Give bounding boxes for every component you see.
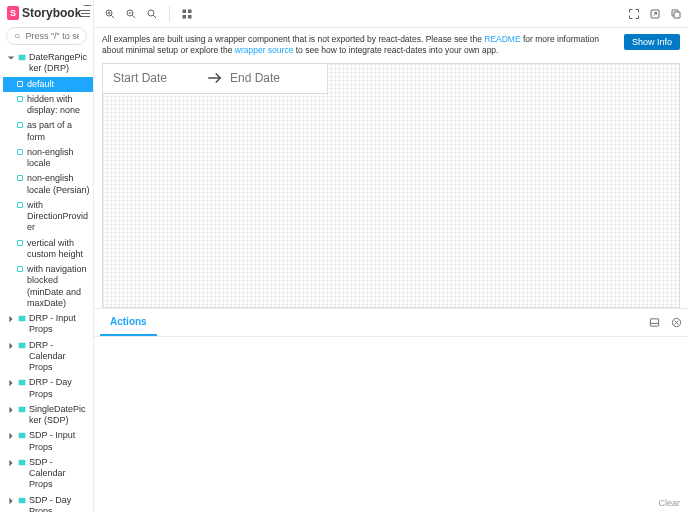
svg-rect-30 — [650, 319, 658, 326]
svg-rect-2 — [19, 55, 26, 60]
tree-group-drp-input[interactable]: DRP - Input Props — [3, 311, 93, 338]
story-navigation-blocked[interactable]: with navigation blocked (minDate and max… — [3, 262, 93, 311]
chevron-right-icon — [7, 406, 15, 414]
logo-mark: S — [7, 6, 19, 20]
story-as-part-of-form[interactable]: as part of a form — [3, 118, 93, 145]
addons-panel: Actions Clear — [94, 308, 688, 512]
tree-group-sdp-calendar[interactable]: SDP - Calendar Props — [3, 455, 93, 493]
chevron-right-icon — [7, 497, 15, 505]
story-non-english-locale[interactable]: non-english locale — [3, 145, 93, 172]
readme-link[interactable]: README — [484, 34, 520, 44]
notification-dot — [83, 5, 92, 6]
component-icon — [18, 459, 26, 466]
clear-button[interactable]: Clear — [658, 498, 680, 508]
svg-point-21 — [148, 10, 154, 16]
component-icon — [18, 342, 26, 349]
date-range-picker — [102, 63, 328, 94]
svg-rect-8 — [19, 460, 26, 465]
main: All examples are built using a wrapper c… — [94, 0, 688, 512]
tree-group-drp[interactable]: DateRangePicker (DRP) — [3, 50, 93, 77]
svg-rect-24 — [188, 9, 192, 13]
fullscreen-icon[interactable] — [628, 8, 640, 20]
svg-rect-25 — [183, 15, 187, 19]
tree-group-drp-day[interactable]: DRP - Day Props — [3, 375, 93, 402]
component-icon — [18, 379, 26, 386]
svg-rect-7 — [19, 433, 26, 438]
chevron-right-icon — [7, 342, 15, 350]
open-new-tab-icon[interactable] — [649, 8, 661, 20]
svg-line-1 — [18, 37, 20, 39]
sidebar: S Storybook DateRangePicker (DRP) defaul… — [0, 0, 94, 512]
component-icon — [18, 497, 26, 504]
component-icon — [18, 54, 26, 61]
svg-line-19 — [132, 15, 135, 18]
tree-group-drp-calendar[interactable]: DRP - Calendar Props — [3, 338, 93, 376]
preview-area — [102, 63, 680, 308]
menu-button[interactable] — [81, 7, 90, 19]
story-direction-provider[interactable]: with DirectionProvider — [3, 198, 93, 236]
zoom-in-icon[interactable] — [104, 8, 116, 20]
svg-line-22 — [153, 15, 156, 18]
search-input[interactable] — [25, 31, 79, 41]
canvas: All examples are built using a wrapper c… — [94, 28, 688, 308]
logo[interactable]: S Storybook — [7, 6, 81, 20]
component-icon — [18, 406, 26, 413]
component-icon — [18, 432, 26, 439]
svg-rect-23 — [183, 9, 187, 13]
copy-link-icon[interactable] — [670, 8, 682, 20]
sidebar-header: S Storybook — [0, 0, 93, 25]
logo-text: Storybook — [22, 6, 81, 20]
story-default[interactable]: default — [3, 77, 93, 92]
svg-rect-28 — [674, 12, 680, 18]
component-icon — [18, 315, 26, 322]
show-info-button[interactable]: Show Info — [624, 34, 680, 50]
svg-point-0 — [15, 34, 19, 38]
start-date-input[interactable] — [113, 71, 200, 85]
story-non-english-persian[interactable]: non-english locale (Persian) — [3, 171, 93, 198]
svg-rect-3 — [19, 316, 26, 321]
search-icon — [14, 32, 21, 41]
svg-rect-9 — [19, 497, 26, 502]
chevron-right-icon — [7, 379, 15, 387]
toolbar-separator — [169, 6, 170, 22]
panel-orientation-icon[interactable] — [648, 317, 660, 329]
story-list: default hidden with display: none as par… — [3, 77, 93, 312]
story-vertical-custom-height[interactable]: vertical with custom height — [3, 236, 93, 263]
chevron-right-icon — [7, 459, 15, 467]
panel-close-icon[interactable] — [670, 317, 682, 329]
chevron-down-icon — [7, 54, 15, 62]
tree-group-sdp-input[interactable]: SDP - Input Props — [3, 428, 93, 455]
story-hidden-display-none[interactable]: hidden with display: none — [3, 92, 93, 119]
panel-tabs: Actions — [94, 309, 688, 337]
svg-line-15 — [111, 15, 114, 18]
tab-actions[interactable]: Actions — [100, 309, 157, 336]
chevron-right-icon — [7, 315, 15, 323]
toolbar — [94, 0, 688, 28]
svg-rect-4 — [19, 342, 26, 347]
svg-rect-6 — [19, 407, 26, 412]
wrapper-source-link[interactable]: wrapper source — [235, 45, 294, 55]
search-box[interactable] — [6, 27, 87, 45]
chevron-right-icon — [7, 432, 15, 440]
info-bar: All examples are built using a wrapper c… — [102, 34, 680, 57]
tree-group-sdp[interactable]: SingleDatePicker (SDP) — [3, 402, 93, 429]
info-text: All examples are built using a wrapper c… — [102, 34, 618, 57]
story-tree: DateRangePicker (DRP) default hidden wit… — [0, 50, 93, 512]
tree-group-sdp-day[interactable]: SDP - Day Props — [3, 493, 93, 513]
panel-body: Clear — [94, 337, 688, 512]
end-date-input[interactable] — [230, 71, 317, 85]
svg-rect-26 — [188, 15, 192, 19]
grid-icon[interactable] — [181, 8, 193, 20]
svg-rect-5 — [19, 380, 26, 385]
zoom-out-icon[interactable] — [125, 8, 137, 20]
arrow-right-icon — [206, 69, 224, 87]
zoom-reset-icon[interactable] — [146, 8, 158, 20]
